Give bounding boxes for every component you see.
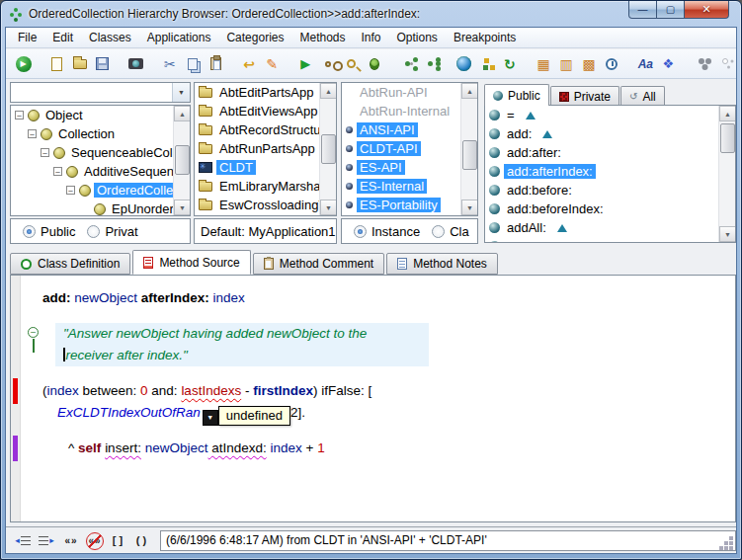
method-item[interactable]: add:after: [485, 143, 735, 162]
menu-classes[interactable]: Classes [81, 29, 139, 46]
method-item[interactable]: addAll:after [485, 237, 735, 243]
application-item[interactable]: EmLibraryMarshalle [195, 177, 336, 196]
tree-item-collection[interactable]: –Collection [11, 124, 190, 143]
debug-button[interactable] [363, 52, 385, 76]
application-item[interactable]: CLDT [195, 158, 336, 177]
menu-methods[interactable]: Methods [291, 29, 353, 46]
application-item[interactable]: AbtEditPartsApp [195, 83, 336, 102]
outdent-icon[interactable] [12, 530, 34, 550]
columns-grid-button[interactable]: ▥ [555, 52, 578, 76]
hierarchy-diagram-button[interactable] [396, 52, 419, 76]
scroll-down-icon[interactable]: ▼ [461, 200, 478, 215]
save-button[interactable] [91, 52, 114, 76]
method-source-editor[interactable]: add: newObject afterIndex: index–"Answer… [10, 275, 736, 522]
methods-list[interactable]: =add:add:after:add:afterIndex:add:before… [484, 105, 736, 243]
brackets-icon[interactable]: [ ] [107, 530, 128, 550]
tab-method-comment[interactable]: Method Comment [253, 253, 384, 275]
open-file-button[interactable] [68, 52, 91, 76]
scroll-thumb[interactable] [462, 140, 477, 170]
screenshot-button[interactable] [124, 52, 147, 76]
radio-privat[interactable]: Privat [87, 224, 137, 239]
browse-senders-button[interactable] [317, 52, 340, 76]
method-item[interactable]: add: [485, 124, 735, 143]
tree-item-additivesequenceabl[interactable]: –AdditiveSequenceabl [11, 162, 190, 181]
method-item[interactable]: addAll: [485, 218, 735, 237]
tab-class-definition[interactable]: Class Definition [10, 253, 130, 275]
tree-expander-icon[interactable]: – [53, 167, 62, 176]
resize-grip[interactable] [729, 536, 733, 540]
applications-list[interactable]: AbtEditPartsAppAbtEditViewsAppAbtRecordS… [194, 82, 337, 216]
scrollbar[interactable]: ▲▼ [319, 83, 336, 215]
copy-button[interactable] [181, 52, 204, 76]
method-item[interactable]: add:afterIndex: [485, 162, 735, 181]
menu-info[interactable]: Info [354, 29, 389, 46]
group-parts-button[interactable] [691, 52, 713, 76]
web-globe-button[interactable] [453, 52, 475, 76]
marker-pen-button[interactable]: ✎ [261, 52, 284, 76]
tab-method-source[interactable]: Method Source [132, 250, 250, 275]
tree-expander-icon[interactable]: – [15, 111, 24, 120]
application-item[interactable]: AbtEditViewsApp [195, 102, 336, 120]
category-item[interactable]: CLDT-API [342, 139, 477, 158]
class-hierarchy-tree[interactable]: –Object–Collection–SequenceableCollectio… [10, 105, 191, 216]
add-quotes-icon[interactable]: « » [59, 530, 81, 550]
scroll-down-icon[interactable]: ▼ [320, 200, 337, 215]
menu-applications[interactable]: Applications [139, 29, 219, 46]
scroll-up-icon[interactable]: ▲ [461, 83, 478, 99]
parens-icon[interactable]: ( ) [130, 530, 152, 550]
undo-button[interactable]: ↩ [238, 52, 261, 76]
timer-button[interactable] [601, 52, 623, 76]
scroll-down-icon[interactable]: ▼ [719, 226, 736, 242]
ungroup-parts-button[interactable] [713, 52, 736, 76]
load-grid-button[interactable]: ▦ [532, 52, 554, 76]
minimize-button[interactable]: — [628, 1, 657, 19]
category-item[interactable]: AbtRun-API [342, 83, 477, 102]
menu-options[interactable]: Options [389, 29, 446, 46]
scrollbar[interactable]: ▲▼ [460, 83, 477, 215]
method-item[interactable]: add:before: [485, 181, 735, 200]
category-item[interactable]: ES-API [342, 158, 477, 177]
category-item[interactable]: ES-Internal [342, 177, 477, 196]
refresh-button[interactable]: ↻ [498, 52, 521, 76]
tab-method-notes[interactable]: Method Notes [386, 253, 498, 275]
categories-list[interactable]: AbtRun-APIAbtRun-InternalANSI-APICLDT-AP… [341, 82, 478, 216]
menu-edit[interactable]: Edit [44, 29, 81, 46]
maximize-button[interactable]: ▢ [657, 1, 685, 19]
fill-color-button[interactable]: ❖ [657, 52, 680, 76]
run-selection-button[interactable]: ▶ [294, 52, 317, 76]
font-settings-button[interactable]: Aa [634, 52, 657, 76]
menu-file[interactable]: File [10, 29, 44, 46]
tree-expander-icon[interactable]: – [28, 129, 37, 138]
undefined-popup[interactable]: undefined [218, 406, 290, 426]
category-item[interactable]: AbtRun-Internal [342, 102, 477, 120]
tree-expander-icon[interactable]: – [41, 148, 49, 157]
scroll-thumb[interactable] [720, 123, 735, 153]
class-filter-dropdown[interactable]: ▼ [10, 82, 191, 103]
scroll-up-icon[interactable]: ▲ [320, 83, 337, 99]
menu-categories[interactable]: Categories [218, 29, 291, 46]
new-file-button[interactable] [45, 52, 68, 76]
category-item[interactable]: ES-Portability [342, 196, 477, 214]
application-item[interactable]: AbtRecordStructure [195, 120, 336, 139]
scroll-up-icon[interactable]: ▲ [719, 106, 736, 121]
tree-item-object[interactable]: –Object [11, 106, 190, 124]
cut-button[interactable]: ✂ [158, 52, 181, 76]
radio-cla[interactable]: Cla [432, 224, 469, 239]
fold-collapse-icon[interactable]: – [28, 327, 39, 338]
tree-expander-icon[interactable]: – [66, 186, 75, 195]
subtree-diagram-button[interactable] [419, 52, 442, 76]
radio-instance[interactable]: Instance [354, 224, 420, 239]
radio-public[interactable]: Public [23, 224, 75, 239]
close-button[interactable]: ✕ [685, 1, 729, 19]
application-item[interactable]: EswCrossloadingTo [195, 196, 336, 214]
run-button[interactable]: ▶ [12, 52, 35, 76]
category-item[interactable]: ANSI-API [342, 120, 477, 139]
scroll-thumb[interactable] [321, 134, 336, 164]
scrollbar[interactable]: ▲▼ [718, 106, 735, 242]
tree-item-sequenceablecollectio[interactable]: –SequenceableCollectio [11, 143, 190, 162]
application-item[interactable]: AbtRunPartsApp [195, 139, 336, 158]
scroll-up-icon[interactable]: ▲ [174, 106, 191, 121]
tab-all[interactable]: ↺All [620, 86, 665, 106]
remove-quotes-icon[interactable]: « » [83, 530, 105, 550]
tab-public[interactable]: Public [484, 84, 549, 106]
